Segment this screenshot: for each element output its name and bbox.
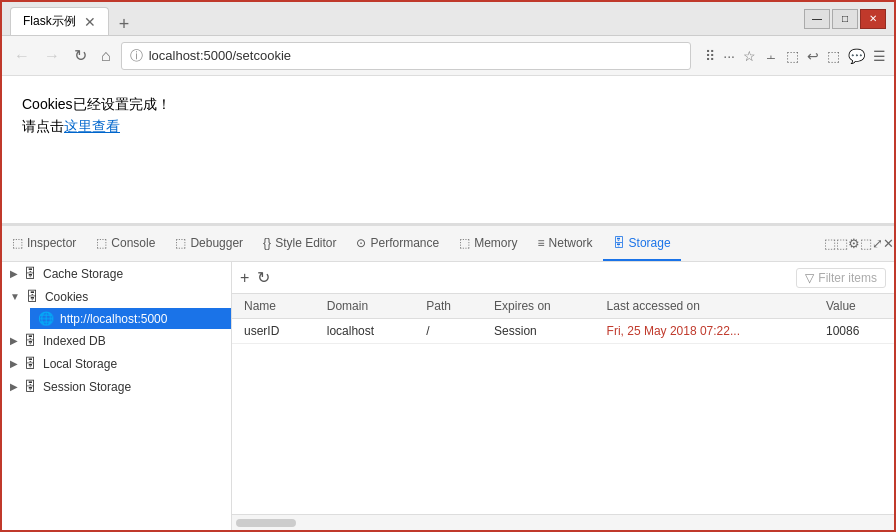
sidebar-item-indexed-db[interactable]: ▶ 🗄 Indexed DB bbox=[2, 329, 231, 352]
tab-area: Flask示例 ✕ + bbox=[10, 2, 796, 35]
devtools-split-btn[interactable]: ⬚ bbox=[836, 236, 848, 251]
sidebar-item-session-storage[interactable]: ▶ 🗄 Session Storage bbox=[2, 375, 231, 398]
main-area: Cookies已经设置完成！ 请点击这里查看 ⬚ Inspector ⬚ Con… bbox=[2, 76, 894, 530]
bookmark-icon[interactable]: ☆ bbox=[743, 48, 756, 64]
perf-icon: ⊙ bbox=[356, 236, 366, 250]
new-tab-button[interactable]: + bbox=[113, 14, 136, 35]
storage-sidebar: ▶ 🗄 Cache Storage ▼ 🗄 Cookies 🌐 bbox=[2, 262, 232, 530]
tab-performance[interactable]: ⊙ Performance bbox=[346, 226, 449, 261]
network-icon: ≡ bbox=[538, 236, 545, 250]
tab-style-editor[interactable]: {} Style Editor bbox=[253, 226, 346, 261]
security-icon: ⓘ bbox=[130, 47, 143, 65]
ss-label: Session Storage bbox=[43, 380, 131, 394]
devtools-pop-btn[interactable]: ⤢ bbox=[872, 236, 883, 251]
tab-storage[interactable]: 🗄 Storage bbox=[603, 226, 681, 261]
tab-close-btn[interactable]: ✕ bbox=[84, 14, 96, 30]
content-line1: Cookies已经设置完成！ bbox=[22, 96, 874, 114]
col-last-accessed: Last accessed on bbox=[595, 294, 814, 319]
back2-icon[interactable]: ↩ bbox=[807, 48, 819, 64]
debugger-icon: ⬚ bbox=[175, 236, 186, 250]
bookmarks-icon[interactable]: ⫠ bbox=[764, 48, 778, 64]
page-content: Cookies已经设置完成！ 请点击这里查看 bbox=[2, 76, 894, 224]
horizontal-scrollbar[interactable] bbox=[232, 514, 894, 530]
devtools-tab-bar: ⬚ Inspector ⬚ Console ⬚ Debugger {} Styl… bbox=[2, 226, 894, 262]
address-bar: ← → ↻ ⌂ ⓘ localhost:5000/setcookie ⠿ ···… bbox=[2, 36, 894, 76]
content-link[interactable]: 这里查看 bbox=[64, 118, 120, 134]
browser-tab[interactable]: Flask示例 ✕ bbox=[10, 7, 109, 35]
sidebar-item-local-storage[interactable]: ▶ 🗄 Local Storage bbox=[2, 352, 231, 375]
tabs-icon[interactable]: ⬚ bbox=[786, 48, 799, 64]
scroll-thumb[interactable] bbox=[236, 519, 296, 527]
memory-icon: ⬚ bbox=[459, 236, 470, 250]
cookies-sublist: 🌐 http://localhost:5000 bbox=[2, 308, 231, 329]
minimize-button[interactable]: — bbox=[804, 9, 830, 29]
sidebar-item-cookies[interactable]: ▼ 🗄 Cookies bbox=[2, 285, 231, 308]
console-icon: ⬚ bbox=[96, 236, 107, 250]
address-input[interactable]: ⓘ localhost:5000/setcookie bbox=[121, 42, 692, 70]
refresh-cookies-btn[interactable]: ↻ bbox=[257, 268, 270, 287]
tab-console[interactable]: ⬚ Console bbox=[86, 226, 165, 261]
panel-toolbar: + ↻ ▽ Filter items bbox=[232, 262, 894, 294]
menu-icon[interactable]: ☰ bbox=[873, 48, 886, 64]
cache-arrow: ▶ bbox=[10, 268, 18, 279]
devtools-body: ▶ 🗄 Cache Storage ▼ 🗄 Cookies 🌐 bbox=[2, 262, 894, 530]
browser-toolbar: ⠿ ··· ☆ ⫠ ⬚ ↩ ⬚ 💬 ☰ bbox=[705, 48, 886, 64]
cache-icon: 🗄 bbox=[24, 266, 37, 281]
cookies-arrow: ▼ bbox=[10, 291, 20, 302]
devtools-settings-btn[interactable]: ⚙ bbox=[848, 236, 860, 251]
chat-icon[interactable]: 💬 bbox=[848, 48, 865, 64]
cookies-icon: 🗄 bbox=[26, 289, 39, 304]
table-row[interactable]: userIDlocalhost/SessionFri, 25 May 2018 … bbox=[232, 319, 894, 344]
sidebar-item-cache-storage[interactable]: ▶ 🗄 Cache Storage bbox=[2, 262, 231, 285]
devtools-dock-btn[interactable]: ⬚ bbox=[860, 236, 872, 251]
col-value: Value bbox=[814, 294, 894, 319]
close-button[interactable]: ✕ bbox=[860, 9, 886, 29]
idb-label: Indexed DB bbox=[43, 334, 106, 348]
style-icon: {} bbox=[263, 236, 271, 250]
refresh-button[interactable]: ↻ bbox=[70, 42, 91, 69]
more-icon[interactable]: ··· bbox=[723, 48, 735, 64]
filter-placeholder: Filter items bbox=[818, 271, 877, 285]
storage-main-panel: + ↻ ▽ Filter items Name Domain bbox=[232, 262, 894, 530]
table-header-row: Name Domain Path Expires on Last accesse… bbox=[232, 294, 894, 319]
add-cookie-btn[interactable]: + bbox=[240, 269, 249, 287]
col-path: Path bbox=[414, 294, 482, 319]
home-button[interactable]: ⌂ bbox=[97, 43, 115, 69]
window-controls: — □ ✕ bbox=[804, 9, 886, 29]
content-line2: 请点击这里查看 bbox=[22, 118, 874, 136]
tab-network[interactable]: ≡ Network bbox=[528, 226, 603, 261]
screenshot-icon[interactable]: ⬚ bbox=[827, 48, 840, 64]
title-bar: Flask示例 ✕ + — □ ✕ bbox=[2, 2, 894, 36]
tab-inspector[interactable]: ⬚ Inspector bbox=[2, 226, 86, 261]
tab-debugger[interactable]: ⬚ Debugger bbox=[165, 226, 253, 261]
content-prefix: 请点击 bbox=[22, 118, 64, 134]
sidebar-item-cookies-localhost[interactable]: 🌐 http://localhost:5000 bbox=[30, 308, 231, 329]
filter-input-wrap[interactable]: ▽ Filter items bbox=[796, 268, 886, 288]
grid-icon[interactable]: ⠿ bbox=[705, 48, 715, 64]
forward-button[interactable]: → bbox=[40, 43, 64, 69]
cache-label: Cache Storage bbox=[43, 267, 123, 281]
url-text: localhost:5000/setcookie bbox=[149, 48, 291, 63]
cookies-table-wrap: Name Domain Path Expires on Last accesse… bbox=[232, 294, 894, 514]
col-domain: Domain bbox=[315, 294, 414, 319]
maximize-button[interactable]: □ bbox=[832, 9, 858, 29]
devtools-close-btn[interactable]: ✕ bbox=[883, 236, 894, 251]
idb-icon: 🗄 bbox=[24, 333, 37, 348]
filter-icon: ▽ bbox=[805, 271, 814, 285]
inspector-icon: ⬚ bbox=[12, 236, 23, 250]
cookies-label: Cookies bbox=[45, 290, 88, 304]
storage-icon: 🗄 bbox=[613, 236, 625, 250]
col-expires: Expires on bbox=[482, 294, 595, 319]
browser-window: Flask示例 ✕ + — □ ✕ ← → ↻ ⌂ ⓘ localhost:50… bbox=[0, 0, 896, 532]
devtools-layout-btn[interactable]: ⬚ bbox=[824, 236, 836, 251]
idb-arrow: ▶ bbox=[10, 335, 18, 346]
localhost-label: http://localhost:5000 bbox=[60, 312, 167, 326]
tab-memory[interactable]: ⬚ Memory bbox=[449, 226, 527, 261]
cookies-table: Name Domain Path Expires on Last accesse… bbox=[232, 294, 894, 344]
ss-arrow: ▶ bbox=[10, 381, 18, 392]
ls-icon: 🗄 bbox=[24, 356, 37, 371]
localhost-icon: 🌐 bbox=[38, 311, 54, 326]
devtools-panel: ⬚ Inspector ⬚ Console ⬚ Debugger {} Styl… bbox=[2, 224, 894, 530]
ls-arrow: ▶ bbox=[10, 358, 18, 369]
back-button[interactable]: ← bbox=[10, 43, 34, 69]
